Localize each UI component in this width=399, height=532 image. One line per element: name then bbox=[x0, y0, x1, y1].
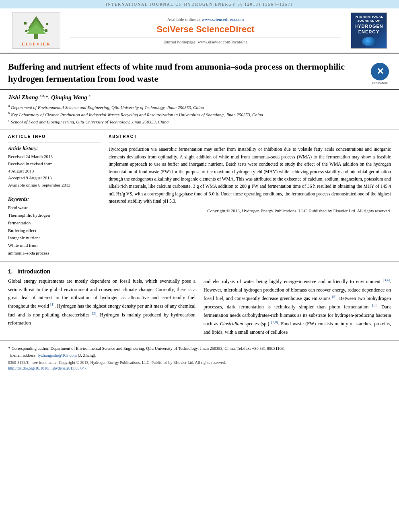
abstract-divider bbox=[109, 142, 391, 142]
author1-name: Jishi Zhang bbox=[8, 94, 38, 101]
introduction-content: Global energy requirements are mostly de… bbox=[0, 277, 399, 336]
journal-homepage: journal homepage: www.elsevier.com/locat… bbox=[70, 37, 341, 44]
keyword-7: ammonia–soda process bbox=[8, 249, 101, 257]
email-address[interactable]: lyzhangjishi@163.com bbox=[37, 353, 76, 357]
sciverse-title: SciVerse ScienceDirect bbox=[156, 24, 254, 35]
intro-section-header: 1. Introduction bbox=[8, 268, 391, 275]
homepage-text: journal homepage: www.elsevier.com/locat… bbox=[164, 39, 248, 44]
keyword-6: White mud from bbox=[8, 242, 101, 249]
journal-cover-title: InternationalJournal ofHYDROGENENERGY bbox=[354, 15, 383, 35]
elsevier-logo-section: ELSEVIER bbox=[8, 12, 64, 49]
ref-1: [1] bbox=[50, 302, 55, 306]
keywords-divider bbox=[8, 192, 101, 192]
keyword-2: Thermophilic hydrogen bbox=[8, 212, 101, 219]
intro-title: Introduction bbox=[17, 268, 50, 275]
keywords-label: Keywords: bbox=[8, 196, 101, 202]
authors-line: Jishi Zhang a,b,*, Qinqing Wang c bbox=[8, 94, 391, 101]
journal-cover-section: InternationalJournal ofHYDROGENENERGY bbox=[347, 12, 391, 49]
corresponding-author: * Corresponding author. Department of En… bbox=[8, 345, 391, 352]
available-date: Available online 8 September 2013 bbox=[8, 182, 101, 189]
bacteria-name: Clostridium bbox=[220, 321, 243, 327]
page-footer: * Corresponding author. Department of En… bbox=[0, 340, 399, 374]
doi-link[interactable]: http://dx.doi.org/10.1016/j.ijhydene.201… bbox=[8, 366, 86, 370]
sciencedirect-link[interactable]: www.sciencedirect.com bbox=[202, 17, 244, 22]
journal-cover: InternationalJournal ofHYDROGENENERGY bbox=[351, 12, 387, 49]
email-line: E-mail address: lyzhangjishi@163.com (J.… bbox=[8, 352, 391, 359]
asterisk-symbol: * bbox=[8, 345, 10, 351]
intro-right-text: and electrolysis of water being highly e… bbox=[204, 277, 391, 336]
svg-rect-4 bbox=[24, 22, 27, 25]
author2-name: Qinqing Wang bbox=[51, 94, 87, 101]
intro-left-text: Global energy requirements are mostly de… bbox=[8, 277, 195, 327]
authors-section: Jishi Zhang a,b,*, Qinqing Wang c a Depa… bbox=[0, 90, 399, 129]
ref-7-8: [7,8] bbox=[271, 320, 278, 324]
affil-sup-b: b bbox=[8, 111, 10, 115]
intro-right-col: and electrolysis of water being highly e… bbox=[204, 277, 391, 336]
keyword-3: fermentation bbox=[8, 219, 101, 227]
revised-date: 4 August 2013 bbox=[8, 168, 101, 175]
revised-label: Received in revised form bbox=[8, 160, 101, 168]
issn-line: 0360-3199/$ – see front matter Copyright… bbox=[8, 360, 391, 365]
email-label: E-mail address: bbox=[10, 353, 37, 357]
history-label: Article history: bbox=[8, 146, 101, 152]
available-online-text: Available online at www.sciencedirect.co… bbox=[167, 17, 244, 22]
article-info-label: ARTICLE INFO bbox=[8, 134, 101, 139]
paper-title-section: Buffering and nutrient effects of white … bbox=[0, 53, 399, 90]
elsevier-tree-icon bbox=[22, 14, 50, 40]
paper-title: Buffering and nutrient effects of white … bbox=[8, 61, 365, 84]
elsevier-logo: ELSEVIER bbox=[12, 12, 60, 49]
keyword-5: Inorganic nutrient bbox=[8, 234, 101, 242]
article-info-divider bbox=[8, 142, 101, 142]
crossmark-badge[interactable]: ✕ CrossMark bbox=[369, 63, 391, 85]
copyright-text: Copyright © 2013, Hydrogen Energy Public… bbox=[109, 208, 391, 213]
elsevier-text: ELSEVIER bbox=[22, 41, 51, 46]
affiliation-b: b Key Laboratory of Cleaner Production a… bbox=[8, 111, 391, 118]
crossmark-icon: ✕ bbox=[376, 67, 384, 76]
ref-3-4: [3,4] bbox=[383, 278, 390, 282]
introduction-heading: 1. Introduction bbox=[0, 262, 399, 275]
sciencedirect-part: ScienceDirect bbox=[196, 24, 255, 34]
affiliation-a: a Department of Environmental Science an… bbox=[8, 103, 391, 111]
keyword-4: Buffering effect bbox=[8, 227, 101, 234]
journal-cover-graphic bbox=[362, 37, 376, 46]
received-date: Received 24 March 2013 bbox=[8, 153, 101, 160]
accepted-date: Accepted 9 August 2013 bbox=[8, 175, 101, 182]
ref-5: [5] bbox=[332, 295, 337, 299]
email-author: (J. Zhang). bbox=[77, 353, 96, 357]
journal-header-bar: INTERNATIONAL JOURNAL OF HYDROGEN ENERGY… bbox=[0, 0, 399, 8]
ref-2: [2] bbox=[92, 311, 97, 315]
article-info-column: ARTICLE INFO Article history: Received 2… bbox=[8, 134, 101, 257]
keyword-1: Food waste bbox=[8, 204, 101, 212]
page-header: ELSEVIER Available online at www.science… bbox=[0, 8, 399, 53]
paper-title-container: Buffering and nutrient effects of white … bbox=[8, 61, 365, 84]
author1-affil: a,b, bbox=[39, 94, 45, 98]
svg-rect-0 bbox=[34, 34, 38, 39]
ref-6: [6] bbox=[372, 303, 376, 307]
intro-left-col: Global energy requirements are mostly de… bbox=[8, 277, 195, 336]
crossmark-label: CrossMark bbox=[372, 81, 388, 85]
journal-title-bar: INTERNATIONAL JOURNAL OF HYDROGEN ENERGY… bbox=[105, 2, 293, 6]
crossmark-circle: ✕ bbox=[371, 63, 389, 80]
author2-affil: c bbox=[89, 94, 90, 98]
publisher-info: Available online at www.sciencedirect.co… bbox=[70, 12, 341, 49]
doi-line: http://dx.doi.org/10.1016/j.ijhydene.201… bbox=[8, 366, 391, 370]
abstract-text: Hydrogen production via anaerobic fermen… bbox=[109, 146, 391, 205]
sciverse-part: SciVerse bbox=[156, 24, 196, 34]
abstract-column: ABSTRACT Hydrogen production via anaerob… bbox=[109, 134, 391, 257]
intro-number: 1. bbox=[8, 268, 13, 275]
svg-rect-6 bbox=[25, 30, 27, 32]
abstract-label: ABSTRACT bbox=[109, 134, 391, 139]
svg-rect-5 bbox=[46, 23, 48, 25]
affil-sup-a: a bbox=[8, 104, 10, 108]
corresponding-text: Corresponding author. Department of Envi… bbox=[12, 346, 285, 351]
svg-rect-7 bbox=[45, 29, 47, 32]
affil-sup-c: c bbox=[8, 118, 10, 122]
article-info-abstract: ARTICLE INFO Article history: Received 2… bbox=[0, 129, 399, 262]
affiliation-c: c School of Food and Bioengineering, Qil… bbox=[8, 118, 391, 125]
